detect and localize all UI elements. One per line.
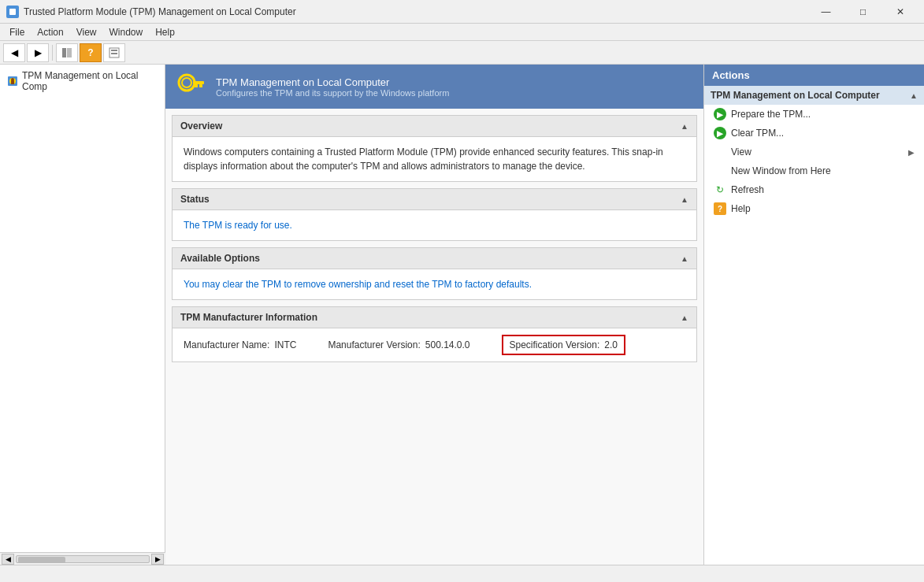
app-icon: [6, 6, 19, 18]
green-arrow-icon-2: ▶: [714, 127, 726, 139]
action-refresh[interactable]: ↻ Refresh: [704, 180, 924, 199]
action-new-window[interactable]: New Window from Here: [704, 161, 924, 180]
manufacturer-version-item: Manufacturer Version: 500.14.0.0: [328, 339, 469, 350]
action-section-label: TPM Management on Local Computer: [711, 90, 880, 101]
svg-rect-2: [62, 48, 66, 57]
spec-version-label: Specification Version:: [510, 339, 600, 350]
section-status: Status ▲ The TPM is ready for use.: [172, 188, 697, 241]
menu-window[interactable]: Window: [103, 25, 150, 39]
toolbar-separator: [52, 45, 53, 61]
help-icon: ?: [714, 202, 726, 215]
submenu-arrow: ▶: [908, 148, 915, 157]
section-header-status[interactable]: Status ▲: [173, 189, 696, 210]
actions-pane: Actions TPM Management on Local Computer…: [703, 65, 924, 565]
help-toolbar-button[interactable]: ?: [80, 43, 102, 62]
main-layout: TPM Management on Local Comp ◀ ▶: [0, 65, 924, 565]
prepare-tpm-icon: ▶: [714, 108, 726, 120]
section-manufacturer-info: TPM Manufacturer Information ▲ Manufactu…: [172, 306, 697, 362]
help-icon-box: ?: [714, 202, 726, 215]
svg-rect-3: [67, 48, 72, 57]
properties-button[interactable]: [103, 43, 125, 62]
clear-tpm-icon: ▶: [714, 127, 726, 139]
content-header-subtitle: Configures the TPM and its support by th…: [216, 88, 449, 98]
svg-rect-13: [193, 81, 204, 84]
action-help[interactable]: ? Help: [704, 199, 924, 218]
menu-action[interactable]: Action: [31, 25, 69, 39]
section-title-status: Status: [180, 194, 210, 205]
minimize-button[interactable]: —: [808, 4, 844, 20]
content-pane: TPM Management on Local Computer Configu…: [165, 65, 703, 565]
manufacturer-version-label: Manufacturer Version:: [328, 339, 420, 350]
show-hide-button[interactable]: [56, 43, 78, 62]
title-bar-left: Trusted Platform Module (TPM) Management…: [6, 6, 296, 18]
nav-scrollbar[interactable]: ◀ ▶: [0, 552, 165, 565]
maximize-button[interactable]: □: [845, 4, 881, 20]
content-header-icon: [175, 71, 206, 102]
prepare-tpm-label: Prepare the TPM...: [731, 109, 811, 120]
navigation-pane: TPM Management on Local Comp ◀ ▶: [0, 65, 165, 565]
section-header-overview[interactable]: Overview ▲: [173, 116, 696, 137]
menu-bar: File Action View Window Help: [0, 24, 924, 41]
view-icon: [714, 146, 726, 158]
status-bar: [0, 565, 924, 582]
section-available-options: Available Options ▲ You may clear the TP…: [172, 247, 697, 300]
section-header-options[interactable]: Available Options ▲: [173, 248, 696, 269]
forward-button[interactable]: ▶: [27, 43, 49, 62]
overview-text: Windows computers containing a Trusted P…: [184, 145, 685, 173]
spec-version-value: 2.0: [604, 339, 618, 350]
section-title-options: Available Options: [180, 253, 260, 264]
spec-version-box: Specification Version: 2.0: [502, 335, 625, 355]
action-view[interactable]: View ▶: [704, 143, 924, 161]
section-header-manufacturer[interactable]: TPM Manufacturer Information ▲: [173, 307, 696, 328]
svg-rect-15: [195, 84, 198, 87]
help-label: Help: [731, 203, 751, 214]
svg-rect-1: [9, 9, 16, 15]
new-window-icon: [714, 165, 726, 177]
scroll-right-button[interactable]: ▶: [151, 554, 164, 565]
window-controls: — □ ✕: [808, 4, 918, 20]
nav-item-tpm[interactable]: TPM Management on Local Comp: [3, 68, 161, 95]
status-text: The TPM is ready for use.: [184, 218, 685, 232]
close-button[interactable]: ✕: [882, 4, 918, 20]
action-section-chevron: ▲: [910, 91, 918, 100]
section-content-overview: Windows computers containing a Trusted P…: [173, 137, 696, 181]
action-prepare-tpm[interactable]: ▶ Prepare the TPM...: [704, 105, 924, 124]
section-content-status: The TPM is ready for use.: [173, 210, 696, 240]
nav-item-label: TPM Management on Local Comp: [22, 70, 158, 92]
section-chevron-manufacturer: ▲: [681, 313, 688, 322]
tpm-nav-icon: [6, 75, 19, 87]
toolbar: ◀ ▶ ?: [0, 41, 924, 65]
scroll-track[interactable]: [16, 555, 150, 563]
scroll-left-button[interactable]: ◀: [2, 554, 14, 565]
manufacturer-version-value: 500.14.0.0: [425, 339, 470, 350]
svg-rect-14: [199, 84, 202, 87]
section-chevron-options: ▲: [681, 254, 688, 263]
section-title-manufacturer: TPM Manufacturer Information: [180, 312, 317, 323]
action-clear-tpm[interactable]: ▶ Clear TPM...: [704, 124, 924, 143]
title-bar: Trusted Platform Module (TPM) Management…: [0, 0, 924, 24]
manufacturer-name-value: INTC: [274, 339, 296, 350]
action-section-header[interactable]: TPM Management on Local Computer ▲: [704, 86, 924, 105]
window-title: Trusted Platform Module (TPM) Management…: [24, 6, 296, 17]
actions-header: Actions: [704, 65, 924, 86]
manufacturer-name-label: Manufacturer Name:: [184, 339, 269, 350]
refresh-icon: ↻: [714, 183, 726, 196]
menu-file[interactable]: File: [3, 25, 31, 39]
menu-view[interactable]: View: [70, 25, 103, 39]
section-content-options: You may clear the TPM to remove ownershi…: [173, 269, 696, 299]
view-label: View: [731, 146, 751, 158]
svg-point-12: [182, 78, 191, 87]
new-window-label: New Window from Here: [731, 165, 831, 176]
content-header-title: TPM Management on Local Computer: [216, 76, 449, 88]
svg-point-10: [11, 78, 14, 81]
scroll-thumb: [18, 557, 65, 563]
manufacturer-name-item: Manufacturer Name: INTC: [184, 339, 296, 350]
content-header-text: TPM Management on Local Computer Configu…: [216, 76, 449, 98]
section-chevron-status: ▲: [681, 195, 688, 204]
section-title-overview: Overview: [180, 120, 222, 132]
refresh-icon-box: ↻: [714, 183, 726, 196]
options-text: You may clear the TPM to remove ownershi…: [184, 277, 685, 291]
menu-help[interactable]: Help: [149, 25, 181, 39]
refresh-label: Refresh: [731, 184, 764, 195]
back-button[interactable]: ◀: [3, 43, 25, 62]
